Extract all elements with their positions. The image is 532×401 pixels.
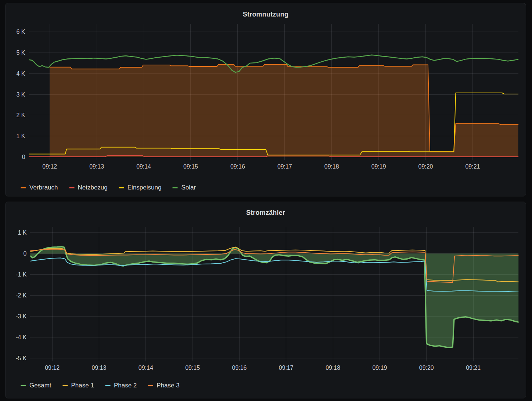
phase-2-series-color-marker <box>105 385 111 386</box>
y-axis-label: 1 K <box>17 133 25 139</box>
series-fill-Verbrauch <box>50 65 518 157</box>
grafana-dashboard: Stromnutzung 01 K2 K3 K4 K5 K6 K09:1209:… <box>5 3 527 398</box>
x-axis-label: 09:16 <box>230 163 245 170</box>
panel-title-stromnutzung[interactable]: Stromnutzung <box>6 11 526 18</box>
legend-item-solar[interactable]: Solar <box>172 184 196 192</box>
legend-label-netzbezug[interactable]: Netzbezug <box>78 184 108 192</box>
verbrauch-series-color-marker <box>21 187 26 188</box>
legend-label-phase-2[interactable]: Phase 2 <box>114 382 137 390</box>
x-axis-label: 09:14 <box>139 365 153 371</box>
stromzaehler-time-series-chart[interactable]: 1 K0-1 K-2 K-3 K-4 K-5 K09:1209:1309:140… <box>6 202 526 398</box>
phase-3-series-color-marker <box>148 385 153 386</box>
x-axis-label: 09:17 <box>279 365 294 371</box>
x-axis-label: 09:13 <box>89 163 104 170</box>
y-axis-label: 5 K <box>17 50 25 56</box>
y-axis-label: 1 K <box>18 230 27 236</box>
legend-label-phase-3[interactable]: Phase 3 <box>157 382 179 390</box>
legend-item-phase-1[interactable]: Phase 1 <box>62 382 94 390</box>
legend-item-gesamt[interactable]: Gesamt <box>21 382 51 390</box>
x-axis-label: 09:12 <box>45 365 60 371</box>
y-axis-label: 2 K <box>17 112 25 118</box>
y-axis-label: -2 K <box>16 292 27 299</box>
series-fill-Gesamt <box>30 247 518 348</box>
legend-item-phase-2[interactable]: Phase 2 <box>105 382 137 390</box>
x-axis-label: 09:20 <box>418 163 433 170</box>
legend-stromnutzung: Verbrauch Netzbezug Einspeisung Solar <box>21 184 196 192</box>
legend-label-phase-1[interactable]: Phase 1 <box>71 382 94 390</box>
legend-item-einspeisung[interactable]: Einspeisung <box>119 184 162 192</box>
phase-1-series-color-marker <box>62 385 68 386</box>
y-axis-label: 0 <box>22 154 25 160</box>
x-axis-label: 09:21 <box>466 365 481 371</box>
legend-label-gesamt[interactable]: Gesamt <box>29 382 51 390</box>
x-axis-label: 09:14 <box>136 163 151 170</box>
y-axis-label: -4 K <box>16 334 27 340</box>
panel-stromnutzung: Stromnutzung 01 K2 K3 K4 K5 K6 K09:1209:… <box>5 3 526 196</box>
netzbezug-series-color-marker <box>69 187 75 188</box>
x-axis-label: 09:16 <box>232 365 247 371</box>
legend-label-einspeisung[interactable]: Einspeisung <box>127 184 162 192</box>
panel-title-stromzaehler[interactable]: Stromzähler <box>6 209 526 217</box>
x-axis-label: 09:15 <box>185 365 200 371</box>
legend-stromzaehler: Gesamt Phase 1 Phase 2 Phase 3 <box>21 382 180 390</box>
legend-label-verbrauch[interactable]: Verbrauch <box>29 184 58 192</box>
legend-label-solar[interactable]: Solar <box>181 184 196 192</box>
x-axis-label: 09:19 <box>372 365 387 371</box>
x-axis-label: 09:18 <box>326 365 340 371</box>
legend-item-verbrauch[interactable]: Verbrauch <box>21 184 58 192</box>
x-axis-label: 09:19 <box>371 163 386 170</box>
x-axis-label: 09:13 <box>92 365 107 371</box>
solar-series-color-marker <box>172 187 178 188</box>
x-axis-label: 09:17 <box>277 163 292 170</box>
gesamt-series-color-marker <box>21 385 26 386</box>
legend-item-phase-3[interactable]: Phase 3 <box>148 382 179 390</box>
panel-stromzaehler: Stromzähler 1 K0-1 K-2 K-3 K-4 K-5 K09:1… <box>5 202 526 398</box>
y-axis-label: 6 K <box>17 29 25 35</box>
y-axis-label: -5 K <box>16 355 27 361</box>
x-axis-label: 09:12 <box>42 163 57 170</box>
x-axis-label: 09:15 <box>183 163 198 170</box>
y-axis-label: -3 K <box>16 313 27 319</box>
y-axis-label: 0 <box>24 250 27 257</box>
einspeisung-series-color-marker <box>119 187 124 188</box>
x-axis-label: 09:18 <box>324 163 339 170</box>
y-axis-label: 3 K <box>17 91 25 98</box>
legend-item-netzbezug[interactable]: Netzbezug <box>69 184 108 192</box>
y-axis-label: -1 K <box>16 271 27 278</box>
stromnutzung-time-series-chart[interactable]: 01 K2 K3 K4 K5 K6 K09:1209:1309:1409:150… <box>6 3 526 196</box>
y-axis-label: 4 K <box>17 71 25 77</box>
x-axis-label: 09:21 <box>466 163 480 170</box>
x-axis-label: 09:20 <box>419 365 434 371</box>
